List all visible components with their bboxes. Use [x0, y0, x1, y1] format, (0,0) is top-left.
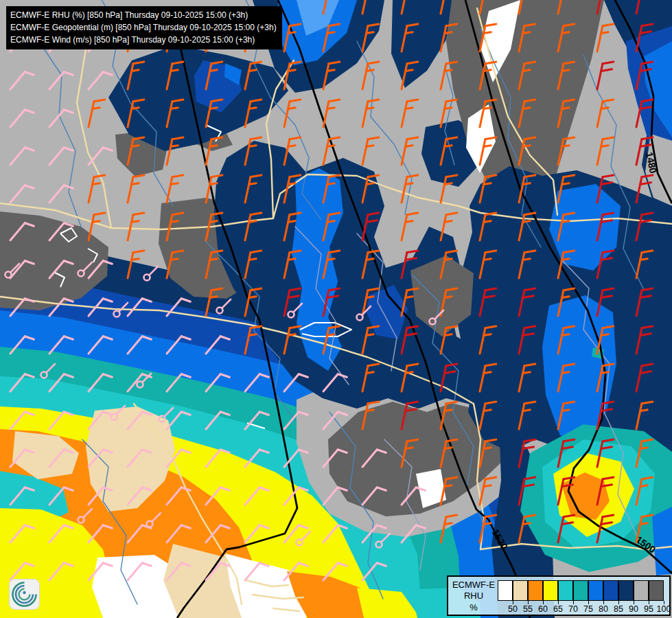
legend-swatch — [498, 580, 513, 601]
title-line-wind: ECMWF-E Wind (m/s) [850 hPa] Thursday 09… — [10, 34, 277, 46]
title-box: ECMWF-E RHU (%) [850 hPa] Thursday 09-10… — [6, 6, 282, 49]
legend-tick-label: 100 — [655, 604, 672, 614]
legend-title-unit: % — [451, 602, 496, 613]
title-line-rhu: ECMWF-E RHU (%) [850 hPa] Thursday 09-10… — [10, 9, 277, 21]
legend-swatch — [528, 580, 543, 601]
weather-map-page: 152015001480 ECMWF-E RHU (%) [850 hPa] T… — [0, 0, 672, 618]
legend-swatch — [649, 580, 664, 601]
legend-colorbar: ECMWF-E RHU % 50556065707580859095100 — [447, 575, 671, 616]
legend-swatch — [543, 580, 558, 601]
legend-swatch — [573, 580, 588, 601]
provider-spiral-logo — [9, 579, 40, 610]
spiral-icon — [9, 579, 40, 610]
legend-swatch — [513, 580, 528, 601]
legend-title-model: ECMWF-E — [451, 580, 496, 591]
legend-title: ECMWF-E RHU % — [451, 580, 496, 613]
legend-swatch — [558, 580, 573, 601]
legend-swatch — [634, 580, 649, 601]
legend-swatch — [588, 580, 603, 601]
map-canvas: 152015001480 — [0, 0, 672, 618]
title-line-geopotential: ECMWF-E Geopotential (m) [850 hPa] Thurs… — [10, 21, 277, 34]
legend-title-variable: RHU — [451, 591, 496, 602]
legend-swatch — [618, 580, 634, 601]
legend-swatch — [603, 580, 618, 601]
